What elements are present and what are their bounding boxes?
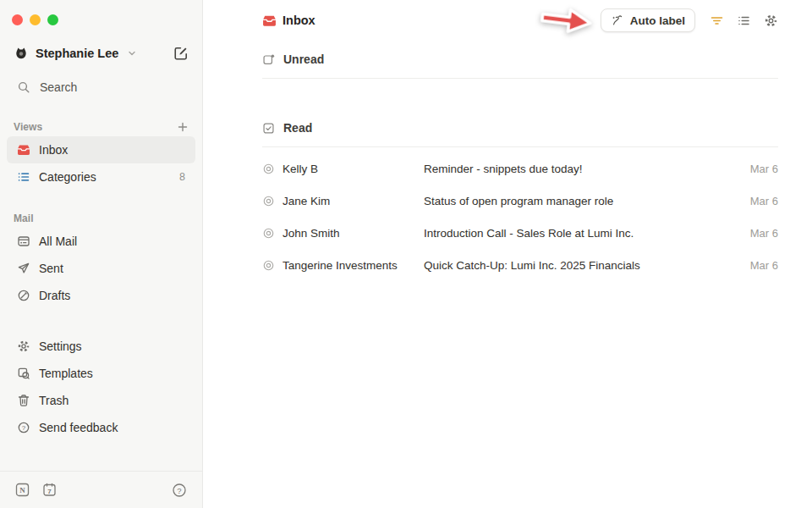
categories-count-badge: 8 xyxy=(179,171,185,183)
sidebar-item-label: Drafts xyxy=(39,289,70,302)
read-email-list: Kelly B Reminder - snippets due today! M… xyxy=(262,152,778,281)
mail-section-label: Mail xyxy=(14,213,34,224)
read-status-icon[interactable] xyxy=(262,227,275,240)
sidebar-item-label: Trash xyxy=(39,394,69,407)
templates-icon xyxy=(17,367,30,380)
list-view-icon[interactable] xyxy=(737,14,751,28)
chevron-down-icon xyxy=(127,48,137,58)
sidebar-bottom-bar: N 7 ? xyxy=(0,471,202,508)
send-icon xyxy=(17,262,30,275)
section-divider xyxy=(262,78,778,79)
annotation-arrow-icon xyxy=(538,0,595,41)
account-switcher[interactable]: Stephanie Lee xyxy=(14,46,189,61)
email-sender: Tangerine Investments xyxy=(283,259,424,272)
sidebar-item-label: Send feedback xyxy=(39,421,118,434)
mail-list-pane: Inbox Auto label xyxy=(203,0,812,508)
svg-text:N: N xyxy=(19,486,25,494)
inbox-icon xyxy=(17,143,30,157)
email-sender: John Smith xyxy=(283,227,424,240)
sidebar-item-settings[interactable]: Settings xyxy=(7,333,195,360)
email-row[interactable]: John Smith Introduction Call - Sales Rol… xyxy=(262,217,778,249)
sidebar-item-sent[interactable]: Sent xyxy=(7,255,195,282)
email-date: Mar 6 xyxy=(740,163,778,175)
auto-label-button[interactable]: Auto label xyxy=(601,8,695,32)
unread-icon xyxy=(262,53,275,66)
email-subject: Reminder - snippets due today! xyxy=(424,163,740,175)
svg-text:7: 7 xyxy=(47,488,52,495)
drafts-icon xyxy=(17,289,30,302)
sidebar-item-label: Settings xyxy=(39,340,82,353)
window-controls xyxy=(0,0,202,25)
read-section-header[interactable]: Read xyxy=(262,116,778,140)
sidebar: Stephanie Lee Search Views Inbox xyxy=(0,0,203,508)
email-row[interactable]: Tangerine Investments Quick Catch-Up: Lu… xyxy=(262,249,778,281)
views-section-label: Views xyxy=(14,121,42,133)
settings-gear-icon[interactable] xyxy=(764,14,778,28)
sidebar-item-drafts[interactable]: Drafts xyxy=(7,282,195,309)
mail-section-header: Mail xyxy=(14,209,189,228)
email-subject: Status of open program manager role xyxy=(424,195,740,207)
email-subject: Introduction Call - Sales Role at Lumi I… xyxy=(424,227,740,240)
zoom-window-button[interactable] xyxy=(47,14,58,25)
search-input[interactable]: Search xyxy=(17,80,189,94)
sidebar-item-label: Categories xyxy=(39,170,96,184)
section-divider xyxy=(262,146,778,147)
read-section-label: Read xyxy=(283,121,312,135)
email-row[interactable]: Jane Kim Status of open program manager … xyxy=(262,185,778,217)
views-section-header: Views xyxy=(14,118,189,136)
sidebar-item-label: Templates xyxy=(39,367,93,380)
trash-icon xyxy=(17,394,30,407)
auto-label-sparkle-icon xyxy=(611,14,624,27)
read-status-icon[interactable] xyxy=(262,195,275,207)
search-icon xyxy=(17,80,30,94)
svg-text:?: ? xyxy=(22,424,26,432)
avatar xyxy=(14,46,29,61)
email-sender: Jane Kim xyxy=(283,195,424,207)
sidebar-spacer xyxy=(0,441,202,471)
notion-logo-icon[interactable]: N xyxy=(15,483,30,497)
sidebar-item-templates[interactable]: Templates xyxy=(7,360,195,387)
filter-icon[interactable] xyxy=(710,14,724,28)
search-placeholder: Search xyxy=(40,80,77,94)
mail-app-window: Stephanie Lee Search Views Inbox xyxy=(0,0,812,508)
sidebar-item-inbox[interactable]: Inbox xyxy=(7,136,195,163)
sidebar-item-all-mail[interactable]: All Mail xyxy=(7,228,195,255)
auto-label-button-label: Auto label xyxy=(630,14,685,27)
question-circle-icon: ? xyxy=(17,421,30,434)
unread-section-header[interactable]: Unread xyxy=(262,47,778,71)
sidebar-item-label: All Mail xyxy=(39,235,77,248)
calendar-icon[interactable]: 7 xyxy=(42,483,57,497)
gear-icon xyxy=(17,340,30,353)
minimize-window-button[interactable] xyxy=(30,14,41,25)
categories-icon xyxy=(17,170,30,184)
account-name: Stephanie Lee xyxy=(36,47,118,60)
sidebar-item-categories[interactable]: Categories 8 xyxy=(7,163,195,190)
header-toolbar xyxy=(710,14,778,28)
email-date: Mar 6 xyxy=(740,227,778,240)
close-window-button[interactable] xyxy=(12,14,23,25)
page-title: Inbox xyxy=(283,14,315,27)
compose-icon[interactable] xyxy=(173,46,189,61)
unread-section-label: Unread xyxy=(283,52,324,66)
inbox-icon xyxy=(262,14,277,28)
sidebar-item-send-feedback[interactable]: ? Send feedback xyxy=(7,414,195,441)
read-status-icon[interactable] xyxy=(262,259,275,272)
main-header: Inbox Auto label xyxy=(262,0,778,32)
read-status-icon[interactable] xyxy=(262,163,275,175)
sidebar-item-label: Inbox xyxy=(39,143,68,157)
email-date: Mar 6 xyxy=(740,195,778,207)
read-icon xyxy=(262,122,275,135)
help-icon[interactable]: ? xyxy=(172,483,187,498)
email-sender: Kelly B xyxy=(283,163,424,175)
email-date: Mar 6 xyxy=(740,259,778,272)
email-subject: Quick Catch-Up: Lumi Inc. 2025 Financial… xyxy=(424,259,740,272)
add-view-icon[interactable] xyxy=(177,121,189,133)
svg-text:?: ? xyxy=(177,485,181,494)
sidebar-item-trash[interactable]: Trash xyxy=(7,387,195,414)
sidebar-item-label: Sent xyxy=(39,262,63,275)
email-row[interactable]: Kelly B Reminder - snippets due today! M… xyxy=(262,152,778,185)
all-mail-icon xyxy=(17,235,30,248)
